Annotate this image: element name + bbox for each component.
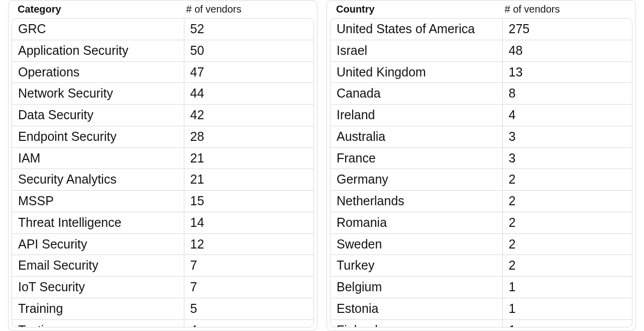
table-row: Australia3 <box>331 126 632 147</box>
category-count: 7 <box>184 277 313 298</box>
table-row: Germany2 <box>331 169 632 191</box>
category-name: GRC <box>12 19 184 40</box>
category-count: 42 <box>184 105 313 126</box>
category-header-count-label: # of vendors <box>183 4 308 15</box>
category-name: MSSP <box>12 191 184 212</box>
category-name: Email Security <box>12 255 184 277</box>
table-row: Endpoint Security28 <box>12 126 313 147</box>
table-row: Network Security44 <box>12 83 313 105</box>
table-row: API Security12 <box>12 233 313 255</box>
country-name: Netherlands <box>331 191 502 212</box>
country-body: United States of America275 Israel48 Uni… <box>330 18 632 327</box>
country-count: 1 <box>502 277 632 298</box>
category-panel: Category # of vendors GRC52 Application … <box>8 0 317 331</box>
country-name: Turkey <box>331 255 502 277</box>
country-panel: Country # of vendors United States of Am… <box>327 0 636 331</box>
country-header: Country # of vendors <box>327 1 635 18</box>
table-row: Testing4 <box>12 319 313 327</box>
table-row: Romania2 <box>331 212 632 233</box>
country-name: Israel <box>331 40 502 61</box>
table-row: Training5 <box>12 298 313 319</box>
country-count: 4 <box>502 105 632 126</box>
table-row: United Kingdom13 <box>331 61 632 83</box>
country-name: Germany <box>331 169 502 191</box>
country-count: 2 <box>502 212 632 233</box>
category-body-wrap: GRC52 Application Security50 Operations4… <box>9 18 317 330</box>
country-name: United States of America <box>331 19 502 40</box>
table-row: Sweden2 <box>331 233 632 255</box>
country-name: Ireland <box>331 105 502 126</box>
category-name: Application Security <box>12 40 184 61</box>
table-row: Estonia1 <box>331 298 632 319</box>
category-count: 21 <box>184 169 313 191</box>
table-row: Canada8 <box>331 83 632 105</box>
category-count: 44 <box>184 83 313 105</box>
category-name: IoT Security <box>12 277 184 298</box>
table-row: Data Security42 <box>12 105 313 126</box>
country-header-count-label: # of vendors <box>501 4 626 15</box>
country-count: 13 <box>502 61 632 83</box>
table-row: IoT Security7 <box>12 277 313 298</box>
country-body-wrap: United States of America275 Israel48 Uni… <box>327 18 635 330</box>
table-row: Application Security50 <box>12 40 313 61</box>
table-row: Finland1 <box>331 319 632 327</box>
country-name: United Kingdom <box>331 61 502 83</box>
country-count: 2 <box>502 169 632 191</box>
country-name: Estonia <box>331 298 502 319</box>
country-count: 48 <box>502 40 632 61</box>
country-count: 2 <box>502 191 632 212</box>
country-count: 3 <box>502 126 632 147</box>
country-count: 2 <box>502 255 632 277</box>
table-row: Belgium1 <box>331 277 632 298</box>
country-name: Belgium <box>331 277 502 298</box>
category-count: 21 <box>184 147 313 169</box>
category-name: Testing <box>12 319 184 327</box>
category-body: GRC52 Application Security50 Operations4… <box>12 18 314 327</box>
table-row: MSSP15 <box>12 191 313 212</box>
table-row: GRC52 <box>12 19 313 40</box>
category-name: Operations <box>12 61 184 83</box>
country-count: 8 <box>502 83 632 105</box>
country-name: Romania <box>331 212 502 233</box>
table-row: Netherlands2 <box>331 191 632 212</box>
country-name: Finland <box>331 319 502 327</box>
category-count: 52 <box>184 19 313 40</box>
category-table: GRC52 Application Security50 Operations4… <box>12 19 313 327</box>
table-row: France3 <box>331 147 632 169</box>
table-row: Turkey2 <box>331 255 632 277</box>
category-name: Data Security <box>12 105 184 126</box>
table-row: Email Security7 <box>12 255 313 277</box>
category-count: 28 <box>184 126 313 147</box>
country-count: 1 <box>502 319 632 327</box>
country-count: 275 <box>502 19 632 40</box>
table-row: United States of America275 <box>331 19 632 40</box>
category-count: 4 <box>184 319 313 327</box>
country-name: Sweden <box>331 233 502 255</box>
category-count: 50 <box>184 40 313 61</box>
country-name: Australia <box>331 126 502 147</box>
table-row: Threat Intelligence14 <box>12 212 313 233</box>
category-count: 7 <box>184 255 313 277</box>
category-header: Category # of vendors <box>9 1 317 18</box>
table-row: Israel48 <box>331 40 632 61</box>
country-name: Canada <box>331 83 502 105</box>
category-name: API Security <box>12 233 184 255</box>
category-count: 15 <box>184 191 313 212</box>
table-row: Security Analytics21 <box>12 169 313 191</box>
category-count: 12 <box>184 233 313 255</box>
category-count: 5 <box>184 298 313 319</box>
category-header-label: Category <box>18 4 183 15</box>
category-name: IAM <box>12 147 184 169</box>
category-name: Security Analytics <box>12 169 184 191</box>
country-count: 2 <box>502 233 632 255</box>
country-count: 1 <box>502 298 632 319</box>
country-count: 3 <box>502 147 632 169</box>
country-table: United States of America275 Israel48 Uni… <box>331 19 632 327</box>
category-name: Endpoint Security <box>12 126 184 147</box>
table-row: IAM21 <box>12 147 313 169</box>
category-name: Training <box>12 298 184 319</box>
category-count: 14 <box>184 212 313 233</box>
country-name: France <box>331 147 502 169</box>
category-name: Network Security <box>12 83 184 105</box>
category-count: 47 <box>184 61 313 83</box>
